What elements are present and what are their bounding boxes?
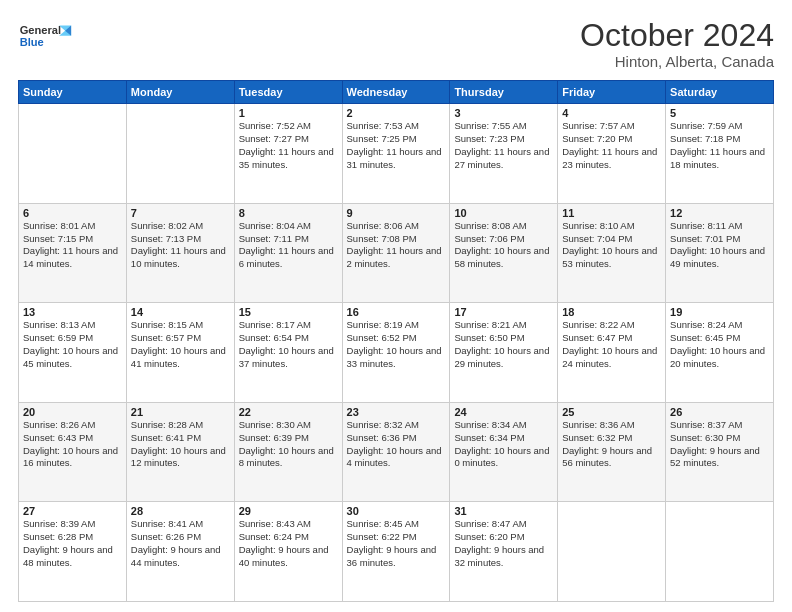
day-info: Sunrise: 8:24 AMSunset: 6:45 PMDaylight:… bbox=[670, 319, 769, 370]
header: General Blue October 2024 Hinton, Albert… bbox=[18, 18, 774, 70]
calendar-cell: 16Sunrise: 8:19 AMSunset: 6:52 PMDayligh… bbox=[342, 303, 450, 403]
calendar-cell: 3Sunrise: 7:55 AMSunset: 7:23 PMDaylight… bbox=[450, 104, 558, 204]
day-number: 28 bbox=[131, 505, 230, 517]
day-number: 15 bbox=[239, 306, 338, 318]
calendar-day-header: Wednesday bbox=[342, 81, 450, 104]
day-info: Sunrise: 7:55 AMSunset: 7:23 PMDaylight:… bbox=[454, 120, 553, 171]
subtitle: Hinton, Alberta, Canada bbox=[580, 53, 774, 70]
day-info: Sunrise: 8:39 AMSunset: 6:28 PMDaylight:… bbox=[23, 518, 122, 569]
day-number: 23 bbox=[347, 406, 446, 418]
day-number: 20 bbox=[23, 406, 122, 418]
day-info: Sunrise: 8:28 AMSunset: 6:41 PMDaylight:… bbox=[131, 419, 230, 470]
day-number: 7 bbox=[131, 207, 230, 219]
calendar-cell bbox=[666, 502, 774, 602]
calendar-cell: 22Sunrise: 8:30 AMSunset: 6:39 PMDayligh… bbox=[234, 402, 342, 502]
day-info: Sunrise: 8:41 AMSunset: 6:26 PMDaylight:… bbox=[131, 518, 230, 569]
calendar-day-header: Friday bbox=[558, 81, 666, 104]
calendar-cell: 19Sunrise: 8:24 AMSunset: 6:45 PMDayligh… bbox=[666, 303, 774, 403]
main-title: October 2024 bbox=[580, 18, 774, 53]
day-number: 24 bbox=[454, 406, 553, 418]
calendar-cell: 5Sunrise: 7:59 AMSunset: 7:18 PMDaylight… bbox=[666, 104, 774, 204]
calendar-cell: 7Sunrise: 8:02 AMSunset: 7:13 PMDaylight… bbox=[126, 203, 234, 303]
calendar-cell: 30Sunrise: 8:45 AMSunset: 6:22 PMDayligh… bbox=[342, 502, 450, 602]
calendar-cell: 2Sunrise: 7:53 AMSunset: 7:25 PMDaylight… bbox=[342, 104, 450, 204]
day-number: 29 bbox=[239, 505, 338, 517]
day-info: Sunrise: 8:08 AMSunset: 7:06 PMDaylight:… bbox=[454, 220, 553, 271]
day-number: 26 bbox=[670, 406, 769, 418]
logo: General Blue bbox=[18, 18, 78, 58]
calendar-cell: 27Sunrise: 8:39 AMSunset: 6:28 PMDayligh… bbox=[19, 502, 127, 602]
day-info: Sunrise: 8:45 AMSunset: 6:22 PMDaylight:… bbox=[347, 518, 446, 569]
calendar-cell: 8Sunrise: 8:04 AMSunset: 7:11 PMDaylight… bbox=[234, 203, 342, 303]
calendar-day-header: Saturday bbox=[666, 81, 774, 104]
day-number: 17 bbox=[454, 306, 553, 318]
svg-text:Blue: Blue bbox=[20, 36, 44, 48]
calendar-day-header: Sunday bbox=[19, 81, 127, 104]
day-info: Sunrise: 8:02 AMSunset: 7:13 PMDaylight:… bbox=[131, 220, 230, 271]
calendar-cell: 25Sunrise: 8:36 AMSunset: 6:32 PMDayligh… bbox=[558, 402, 666, 502]
calendar-week-row: 20Sunrise: 8:26 AMSunset: 6:43 PMDayligh… bbox=[19, 402, 774, 502]
calendar-cell: 24Sunrise: 8:34 AMSunset: 6:34 PMDayligh… bbox=[450, 402, 558, 502]
day-number: 4 bbox=[562, 107, 661, 119]
calendar-header-row: SundayMondayTuesdayWednesdayThursdayFrid… bbox=[19, 81, 774, 104]
day-number: 1 bbox=[239, 107, 338, 119]
calendar-cell: 21Sunrise: 8:28 AMSunset: 6:41 PMDayligh… bbox=[126, 402, 234, 502]
day-number: 10 bbox=[454, 207, 553, 219]
day-number: 3 bbox=[454, 107, 553, 119]
logo-svg: General Blue bbox=[18, 18, 78, 58]
title-block: October 2024 Hinton, Alberta, Canada bbox=[580, 18, 774, 70]
calendar-cell: 26Sunrise: 8:37 AMSunset: 6:30 PMDayligh… bbox=[666, 402, 774, 502]
calendar-cell: 14Sunrise: 8:15 AMSunset: 6:57 PMDayligh… bbox=[126, 303, 234, 403]
calendar-cell: 11Sunrise: 8:10 AMSunset: 7:04 PMDayligh… bbox=[558, 203, 666, 303]
day-info: Sunrise: 8:04 AMSunset: 7:11 PMDaylight:… bbox=[239, 220, 338, 271]
calendar-cell: 20Sunrise: 8:26 AMSunset: 6:43 PMDayligh… bbox=[19, 402, 127, 502]
calendar-table: SundayMondayTuesdayWednesdayThursdayFrid… bbox=[18, 80, 774, 602]
calendar-cell: 10Sunrise: 8:08 AMSunset: 7:06 PMDayligh… bbox=[450, 203, 558, 303]
day-info: Sunrise: 8:10 AMSunset: 7:04 PMDaylight:… bbox=[562, 220, 661, 271]
day-number: 9 bbox=[347, 207, 446, 219]
day-info: Sunrise: 8:47 AMSunset: 6:20 PMDaylight:… bbox=[454, 518, 553, 569]
day-number: 6 bbox=[23, 207, 122, 219]
day-info: Sunrise: 8:01 AMSunset: 7:15 PMDaylight:… bbox=[23, 220, 122, 271]
day-info: Sunrise: 8:32 AMSunset: 6:36 PMDaylight:… bbox=[347, 419, 446, 470]
day-info: Sunrise: 8:22 AMSunset: 6:47 PMDaylight:… bbox=[562, 319, 661, 370]
day-number: 12 bbox=[670, 207, 769, 219]
day-info: Sunrise: 7:59 AMSunset: 7:18 PMDaylight:… bbox=[670, 120, 769, 171]
day-number: 18 bbox=[562, 306, 661, 318]
day-number: 22 bbox=[239, 406, 338, 418]
calendar-week-row: 27Sunrise: 8:39 AMSunset: 6:28 PMDayligh… bbox=[19, 502, 774, 602]
day-info: Sunrise: 8:34 AMSunset: 6:34 PMDaylight:… bbox=[454, 419, 553, 470]
day-info: Sunrise: 8:13 AMSunset: 6:59 PMDaylight:… bbox=[23, 319, 122, 370]
calendar-cell bbox=[19, 104, 127, 204]
day-number: 8 bbox=[239, 207, 338, 219]
day-info: Sunrise: 8:21 AMSunset: 6:50 PMDaylight:… bbox=[454, 319, 553, 370]
calendar-cell: 13Sunrise: 8:13 AMSunset: 6:59 PMDayligh… bbox=[19, 303, 127, 403]
svg-text:General: General bbox=[20, 24, 61, 36]
calendar-cell: 23Sunrise: 8:32 AMSunset: 6:36 PMDayligh… bbox=[342, 402, 450, 502]
day-number: 21 bbox=[131, 406, 230, 418]
calendar-cell: 12Sunrise: 8:11 AMSunset: 7:01 PMDayligh… bbox=[666, 203, 774, 303]
calendar-cell: 4Sunrise: 7:57 AMSunset: 7:20 PMDaylight… bbox=[558, 104, 666, 204]
day-number: 13 bbox=[23, 306, 122, 318]
day-number: 14 bbox=[131, 306, 230, 318]
calendar-day-header: Tuesday bbox=[234, 81, 342, 104]
day-info: Sunrise: 8:43 AMSunset: 6:24 PMDaylight:… bbox=[239, 518, 338, 569]
day-info: Sunrise: 8:06 AMSunset: 7:08 PMDaylight:… bbox=[347, 220, 446, 271]
day-number: 11 bbox=[562, 207, 661, 219]
calendar-week-row: 1Sunrise: 7:52 AMSunset: 7:27 PMDaylight… bbox=[19, 104, 774, 204]
day-info: Sunrise: 8:15 AMSunset: 6:57 PMDaylight:… bbox=[131, 319, 230, 370]
calendar-cell: 31Sunrise: 8:47 AMSunset: 6:20 PMDayligh… bbox=[450, 502, 558, 602]
calendar-cell bbox=[558, 502, 666, 602]
calendar-day-header: Thursday bbox=[450, 81, 558, 104]
calendar-cell: 9Sunrise: 8:06 AMSunset: 7:08 PMDaylight… bbox=[342, 203, 450, 303]
day-info: Sunrise: 8:11 AMSunset: 7:01 PMDaylight:… bbox=[670, 220, 769, 271]
day-info: Sunrise: 8:19 AMSunset: 6:52 PMDaylight:… bbox=[347, 319, 446, 370]
day-number: 27 bbox=[23, 505, 122, 517]
calendar-cell: 15Sunrise: 8:17 AMSunset: 6:54 PMDayligh… bbox=[234, 303, 342, 403]
page: General Blue October 2024 Hinton, Albert… bbox=[0, 0, 792, 612]
day-number: 2 bbox=[347, 107, 446, 119]
day-info: Sunrise: 7:53 AMSunset: 7:25 PMDaylight:… bbox=[347, 120, 446, 171]
day-number: 31 bbox=[454, 505, 553, 517]
day-info: Sunrise: 8:30 AMSunset: 6:39 PMDaylight:… bbox=[239, 419, 338, 470]
day-info: Sunrise: 7:52 AMSunset: 7:27 PMDaylight:… bbox=[239, 120, 338, 171]
